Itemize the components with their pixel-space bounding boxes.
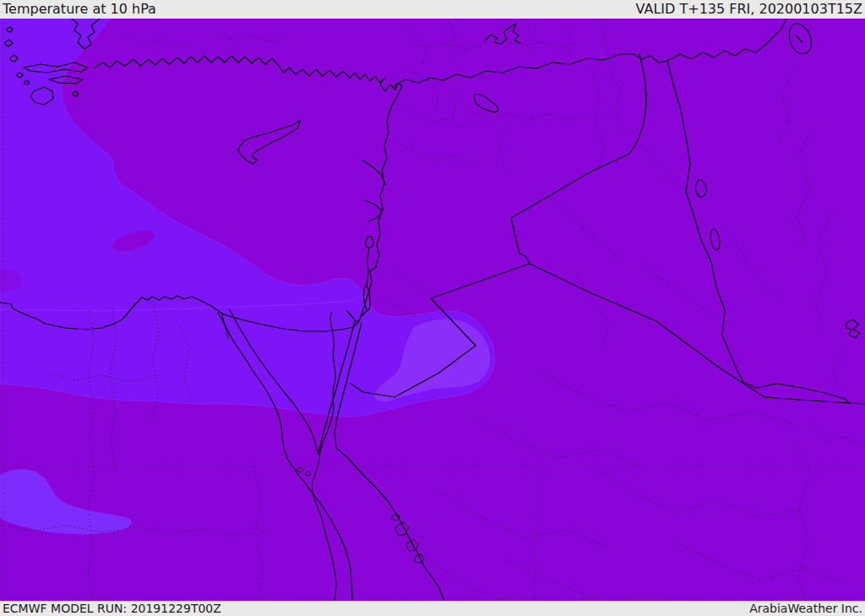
map-area	[0, 19, 865, 601]
map-canvas	[0, 19, 865, 601]
weather-map-viewer: Temperature at 10 hPa VALID T+135 FRI, 2…	[0, 0, 865, 616]
valid-time-label: VALID T+135 FRI, 20200103T15Z	[636, 3, 862, 16]
map-parameter-title: Temperature at 10 hPa	[3, 3, 156, 16]
credit-label: ArabiaWeather Inc.	[749, 602, 862, 614]
header-bar: Temperature at 10 hPa VALID T+135 FRI, 2…	[0, 0, 865, 19]
footer-bar: ECMWF MODEL RUN: 20191229T00Z ArabiaWeat…	[0, 601, 865, 616]
temperature-bands	[0, 19, 865, 601]
model-run-label: ECMWF MODEL RUN: 20191229T00Z	[3, 602, 221, 614]
